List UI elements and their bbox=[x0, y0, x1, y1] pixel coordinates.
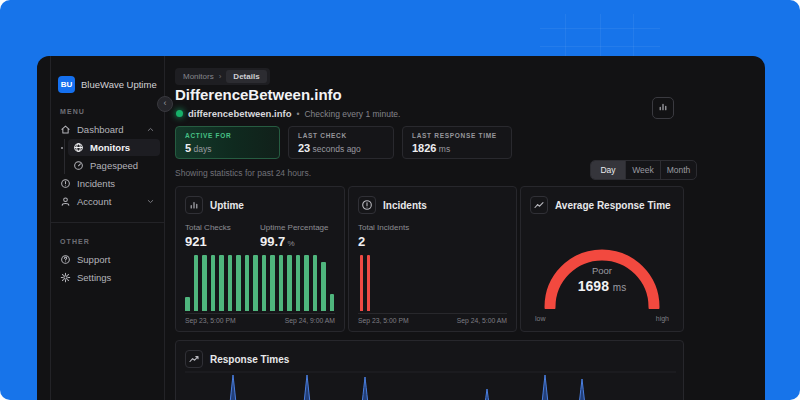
brand[interactable]: BU BlueWave Uptime bbox=[51, 56, 164, 93]
sidebar-item-dashboard[interactable]: Dashboard bbox=[55, 121, 160, 138]
response-times-chart[interactable] bbox=[185, 371, 676, 400]
uptime-card-title: Uptime bbox=[210, 200, 244, 211]
backdrop-grid-line bbox=[565, 14, 566, 56]
status-dot-icon bbox=[176, 110, 183, 117]
uptime-card-header: Uptime bbox=[185, 196, 335, 214]
chevron-up-icon bbox=[146, 125, 155, 134]
gauge-low-label: low bbox=[535, 315, 546, 322]
uptime-bar bbox=[253, 255, 258, 311]
stat-value-unit: seconds ago bbox=[310, 144, 361, 154]
monitor-host[interactable]: differencebetween.info bbox=[188, 108, 291, 119]
sidebar: BU BlueWave Uptime ‹ MENU DashboardMonit… bbox=[50, 56, 165, 400]
stat-card-last-response-time[interactable]: LAST RESPONSE TIME1826 ms bbox=[402, 126, 512, 159]
sidebar-item-account[interactable]: Account bbox=[55, 193, 160, 210]
uptime-bar bbox=[313, 255, 318, 311]
sidebar-submenu: MonitorsPagespeed bbox=[64, 139, 164, 174]
response-times-title: Response Times bbox=[210, 354, 289, 365]
breadcrumb-parent[interactable]: Monitors bbox=[183, 72, 214, 81]
stat-card-value: 23 seconds ago bbox=[298, 142, 384, 154]
sidebar-item-incidents[interactable]: Incidents bbox=[55, 175, 160, 192]
uptime-bar bbox=[211, 255, 216, 311]
gauge-status-label: Poor bbox=[530, 265, 674, 276]
average-response-card: Average Response Time Poor 1698 ms low bbox=[520, 186, 684, 332]
brand-name: BlueWave Uptime bbox=[81, 79, 157, 90]
sidebar-item-label: Dashboard bbox=[77, 124, 123, 135]
app-window: BU BlueWave Uptime ‹ MENU DashboardMonit… bbox=[37, 56, 765, 400]
home-icon bbox=[60, 124, 71, 135]
stat-card-value: 1826 ms bbox=[412, 142, 502, 154]
gauge-value-number: 1698 bbox=[578, 278, 609, 294]
response-gauge[interactable]: Poor 1698 ms low high bbox=[530, 216, 674, 322]
range-selector: DayWeekMonth bbox=[590, 160, 697, 180]
uptime-bar bbox=[270, 255, 275, 311]
uptime-bar bbox=[287, 255, 292, 311]
page-title: DifferenceBetween.info bbox=[175, 86, 342, 103]
uptime-bar bbox=[262, 255, 267, 311]
sidebar-item-label: Monitors bbox=[90, 142, 130, 153]
metric-value: 921 bbox=[185, 234, 260, 249]
user-icon bbox=[60, 196, 71, 207]
sidebar-item-settings[interactable]: Settings bbox=[55, 269, 160, 286]
configure-monitor-button[interactable] bbox=[652, 97, 674, 119]
trend-icon bbox=[185, 350, 203, 368]
main-content: Monitors › Details DifferenceBetween.inf… bbox=[165, 56, 765, 400]
sidebar-item-label: Account bbox=[77, 196, 111, 207]
sidebar-item-pagespeed[interactable]: Pagespeed bbox=[68, 157, 160, 174]
stat-card-last-check[interactable]: LAST CHECK23 seconds ago bbox=[288, 126, 394, 159]
blue-backdrop: BU BlueWave Uptime ‹ MENU DashboardMonit… bbox=[0, 0, 800, 400]
uptime-bar bbox=[228, 255, 233, 311]
sidebar-other-label: OTHER bbox=[51, 223, 164, 250]
average-response-header: Average Response Time bbox=[530, 196, 674, 214]
range-option-month[interactable]: Month bbox=[661, 161, 696, 179]
sidebar-item-monitors[interactable]: Monitors bbox=[68, 139, 160, 156]
sidebar-item-label: Pagespeed bbox=[90, 160, 138, 171]
alert-circle-icon bbox=[60, 178, 71, 189]
incidents-card-title: Incidents bbox=[383, 200, 427, 211]
axis-start-label: Sep 23, 5:00 PM bbox=[185, 317, 236, 324]
stat-card-label: LAST CHECK bbox=[298, 132, 384, 139]
uptime-bar bbox=[236, 255, 241, 311]
range-option-week[interactable]: Week bbox=[626, 161, 661, 179]
average-response-title: Average Response Time bbox=[555, 200, 671, 211]
uptime-bar bbox=[219, 255, 224, 311]
gauge-value-unit: ms bbox=[613, 282, 626, 293]
stat-cards-row: ACTIVE FOR5 daysLAST CHECK23 seconds ago… bbox=[175, 126, 512, 159]
breadcrumb: Monitors › Details bbox=[175, 68, 270, 85]
breadcrumb-current[interactable]: Details bbox=[226, 70, 266, 83]
uptime-bar-chart[interactable] bbox=[185, 255, 335, 311]
monitor-status-row: differencebetween.info • Checking every … bbox=[176, 108, 400, 119]
range-option-day[interactable]: Day bbox=[591, 161, 626, 179]
trend-icon bbox=[530, 196, 548, 214]
speedometer-icon bbox=[73, 160, 84, 171]
checking-note: Checking every 1 minute. bbox=[304, 109, 400, 119]
stat-value-number: 1826 bbox=[412, 142, 436, 154]
stat-value-unit: days bbox=[191, 144, 211, 154]
backdrop-grid-line bbox=[540, 46, 660, 47]
sidebar-item-support[interactable]: Support bbox=[55, 251, 160, 268]
sidebar-collapse-button[interactable]: ‹ bbox=[157, 96, 173, 112]
metric-label: Total Checks bbox=[185, 223, 260, 232]
incidents-card-header: Incidents bbox=[358, 196, 507, 214]
stats-note: Showing statistics for past 24 hours. bbox=[175, 168, 311, 178]
response-times-area bbox=[226, 375, 589, 400]
stat-card-active-for[interactable]: ACTIVE FOR5 days bbox=[175, 126, 280, 159]
backdrop-grid-line bbox=[540, 28, 660, 29]
support-icon bbox=[60, 254, 71, 265]
brand-logo: BU bbox=[58, 76, 75, 93]
uptime-bar bbox=[296, 255, 301, 311]
incidents-bar-chart[interactable] bbox=[358, 255, 507, 311]
uptime-bar bbox=[321, 262, 326, 311]
metric-value-number: 99.7 bbox=[260, 234, 285, 249]
bar-chart-icon bbox=[185, 196, 203, 214]
stat-value-number: 23 bbox=[298, 142, 310, 154]
sidebar-item-label: Settings bbox=[77, 272, 111, 283]
sidebar-menu-label: MENU bbox=[51, 93, 164, 120]
uptime-bar bbox=[202, 255, 207, 311]
metric-value-unit: % bbox=[285, 239, 294, 248]
metric-total-incidents: Total Incidents2 bbox=[358, 223, 507, 249]
metric-value-number: 921 bbox=[185, 234, 207, 249]
incident-bar bbox=[360, 255, 363, 311]
sidebar-menu-list: DashboardMonitorsPagespeedIncidentsAccou… bbox=[51, 121, 164, 210]
incidents-axis: Sep 23, 5:00 PM Sep 24, 5:00 AM bbox=[358, 313, 507, 324]
uptime-bar bbox=[330, 294, 335, 311]
